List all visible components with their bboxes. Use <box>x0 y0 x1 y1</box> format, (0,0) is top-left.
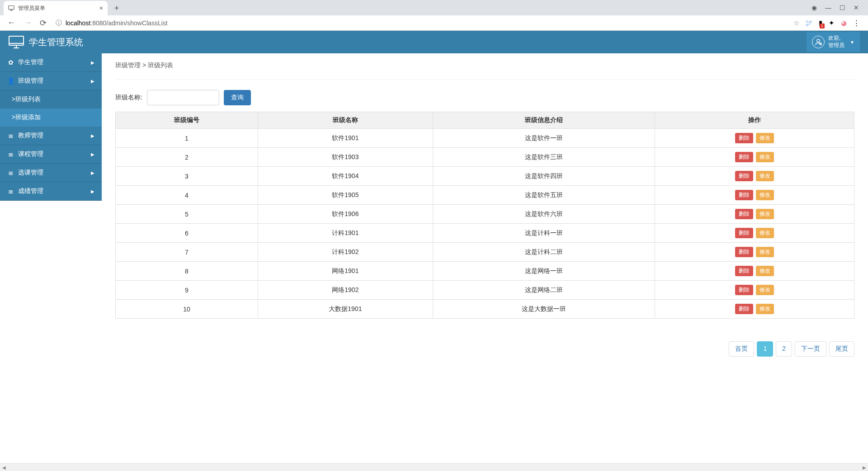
search-button[interactable]: 查询 <box>224 90 251 105</box>
edit-button[interactable]: 修改 <box>756 209 774 219</box>
delete-button[interactable]: 删除 <box>735 190 753 200</box>
sidebar-item-label: 教师管理 <box>18 132 43 140</box>
puzzle-icon[interactable]: ✦ <box>829 19 835 27</box>
submenu-item[interactable]: >班级添加 <box>0 108 102 127</box>
cell-name: 大数据1901 <box>258 300 433 319</box>
site-info-icon[interactable]: ⓘ <box>56 19 62 27</box>
cell-id: 9 <box>116 281 258 300</box>
search-label: 班级名称: <box>115 94 142 102</box>
edit-button[interactable]: 修改 <box>756 190 774 200</box>
address-bar: ← → ⟳ ⓘ localhost:8080/admin/showClassLi… <box>0 15 868 31</box>
maximize-icon[interactable]: ☐ <box>840 4 845 11</box>
class-name-input[interactable] <box>147 90 219 105</box>
browser-chrome: 管理员菜单 × + ◉ — ☐ ✕ ← → ⟳ ⓘ localhost:8080… <box>0 0 868 31</box>
cell-id: 2 <box>116 148 258 167</box>
page-number[interactable]: 1 <box>757 341 773 357</box>
delete-button[interactable]: 删除 <box>735 133 753 143</box>
page-last[interactable]: 尾页 <box>829 341 854 357</box>
url-field[interactable]: ⓘ localhost:8080/admin/showClassList <box>53 19 789 27</box>
color-ext-icon[interactable]: ◕ <box>841 19 847 27</box>
table-header: 班级名称 <box>258 112 433 129</box>
breadcrumb: 班级管理 > 班级列表 <box>115 61 854 80</box>
tab-title: 管理员菜单 <box>18 5 96 12</box>
profile-icon[interactable]: ◉ <box>811 4 817 11</box>
video-ext-icon[interactable]: ▮ <box>819 19 822 27</box>
url-host: localhost <box>66 19 90 27</box>
edit-button[interactable]: 修改 <box>756 152 774 162</box>
chevron-down-icon: ▼ <box>850 40 854 45</box>
menu-icon[interactable]: ⋮ <box>853 19 860 27</box>
search-row: 班级名称: 查询 <box>115 90 854 105</box>
edit-button[interactable]: 修改 <box>756 247 774 257</box>
menu-icon: ≣ <box>7 151 14 158</box>
cell-name: 网络1901 <box>258 262 433 281</box>
cell-desc: 这是软件六班 <box>433 205 655 224</box>
cell-name: 软件1903 <box>258 148 433 167</box>
horizontal-scrollbar[interactable]: ◀ ▶ <box>0 463 868 471</box>
cell-id: 4 <box>116 186 258 205</box>
menu-icon: 👤 <box>7 77 14 85</box>
user-dropdown[interactable]: 欢迎, 管理员 ▼ <box>807 32 860 52</box>
star-icon[interactable]: ☆ <box>793 19 799 27</box>
delete-button[interactable]: 删除 <box>735 266 753 276</box>
close-icon[interactable]: × <box>99 5 103 12</box>
cell-id: 10 <box>116 300 258 319</box>
close-window-icon[interactable]: ✕ <box>854 4 859 11</box>
extension-icons: ☆ 🕊 ▮ ✦ ◕ ⋮ <box>793 19 863 27</box>
new-tab-button[interactable]: + <box>110 2 123 14</box>
edit-button[interactable]: 修改 <box>756 304 774 314</box>
main-content: 班级管理 > 班级列表 班级名称: 查询 班级编号班级名称班级信息介绍操作 1 … <box>102 53 868 471</box>
delete-button[interactable]: 删除 <box>735 228 753 238</box>
edit-button[interactable]: 修改 <box>756 133 774 143</box>
delete-button[interactable]: 删除 <box>735 152 753 162</box>
sidebar-item[interactable]: ✿学生管理▶ <box>0 53 102 72</box>
chevron-right-icon: ▶ <box>91 133 94 138</box>
breadcrumb-parent: 班级管理 <box>115 61 141 69</box>
cell-id: 1 <box>116 129 258 148</box>
edit-button[interactable]: 修改 <box>756 171 774 181</box>
reload-button[interactable]: ⟳ <box>38 18 48 28</box>
app-logo: 学生管理系统 <box>8 35 83 49</box>
delete-button[interactable]: 删除 <box>735 304 753 314</box>
sidebar-item[interactable]: ≣成绩管理▶ <box>0 182 102 201</box>
sidebar-item-label: 班级管理 <box>18 77 43 85</box>
table-row: 7 计科1902 这是计科二班 删除 修改 <box>116 243 854 262</box>
menu-icon: ≣ <box>7 188 14 195</box>
table-row: 10 大数据1901 这是大数据一班 删除 修改 <box>116 300 854 319</box>
table-header: 操作 <box>655 112 854 129</box>
edit-button[interactable]: 修改 <box>756 228 774 238</box>
edit-button[interactable]: 修改 <box>756 266 774 276</box>
minimize-icon[interactable]: — <box>825 4 831 11</box>
submenu-item[interactable]: >班级列表 <box>0 90 102 108</box>
sidebar-item[interactable]: 👤班级管理▶ <box>0 72 102 90</box>
cell-desc: 这是软件五班 <box>433 186 655 205</box>
delete-button[interactable]: 删除 <box>735 285 753 295</box>
table-row: 8 网络1901 这是网络一班 删除 修改 <box>116 262 854 281</box>
cell-id: 3 <box>116 167 258 186</box>
page-number[interactable]: 2 <box>776 341 792 357</box>
cell-name: 软件1901 <box>258 129 433 148</box>
edit-button[interactable]: 修改 <box>756 285 774 295</box>
sidebar-item[interactable]: ≣选课管理▶ <box>0 164 102 182</box>
chevron-right-icon: ▶ <box>91 60 94 65</box>
sidebar-item[interactable]: ≣教师管理▶ <box>0 127 102 145</box>
cell-name: 软件1904 <box>258 167 433 186</box>
page-next[interactable]: 下一页 <box>795 341 826 357</box>
delete-button[interactable]: 删除 <box>735 247 753 257</box>
delete-button[interactable]: 删除 <box>735 209 753 219</box>
scroll-left-arrow[interactable]: ◀ <box>0 464 8 471</box>
page-first[interactable]: 首页 <box>729 341 754 357</box>
bird-icon[interactable]: 🕊 <box>806 19 812 27</box>
sidebar-item[interactable]: ≣课程管理▶ <box>0 145 102 164</box>
cell-name: 计科1901 <box>258 224 433 243</box>
cell-id: 8 <box>116 262 258 281</box>
forward-button[interactable]: → <box>22 18 33 28</box>
table-row: 5 软件1906 这是软件六班 删除 修改 <box>116 205 854 224</box>
back-button[interactable]: ← <box>5 18 17 28</box>
delete-button[interactable]: 删除 <box>735 171 753 181</box>
menu-icon: ≣ <box>7 169 14 176</box>
cell-id: 6 <box>116 224 258 243</box>
scroll-right-arrow[interactable]: ▶ <box>860 464 868 471</box>
browser-tab[interactable]: 管理员菜单 × <box>4 1 108 15</box>
app-title: 学生管理系统 <box>29 36 83 48</box>
